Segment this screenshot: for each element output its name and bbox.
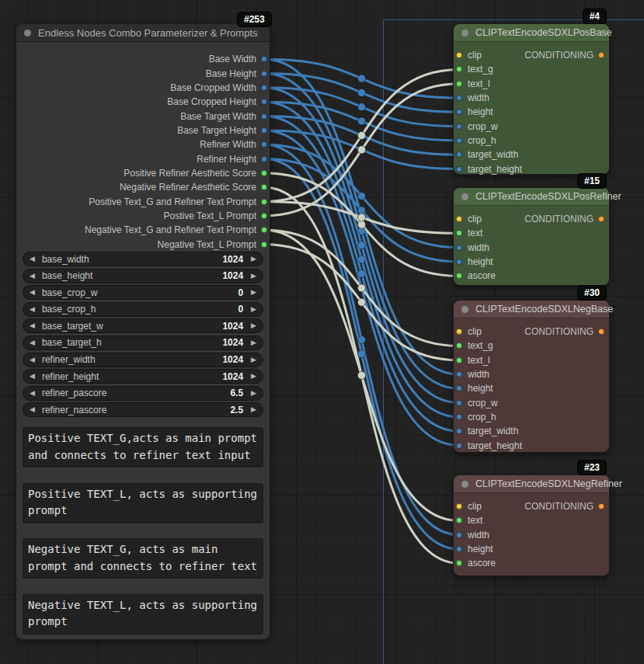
- input-dot-text-g[interactable]: [456, 342, 462, 349]
- input-dot-width[interactable]: [456, 532, 462, 538]
- input-dot-target-height[interactable]: [456, 166, 462, 172]
- increment-arrow-icon[interactable]: ▶: [251, 273, 256, 280]
- widget-base-crop-w[interactable]: ◀base_crop_w0▶: [23, 285, 263, 300]
- input-dot-ascore[interactable]: [456, 273, 462, 279]
- increment-arrow-icon[interactable]: ▶: [251, 289, 256, 296]
- output-dot-neg-ascore[interactable]: [261, 184, 267, 190]
- output-dot-base-target-height[interactable]: [261, 127, 267, 134]
- input-dot-text-l[interactable]: [456, 357, 462, 363]
- widget-refiner-pascore[interactable]: ◀refiner_pascore6.5▶: [23, 386, 263, 401]
- input-dot-crop-h[interactable]: [456, 137, 462, 144]
- link-midpoint-dot[interactable]: [358, 350, 366, 358]
- collapse-dot-icon[interactable]: [461, 481, 468, 488]
- link-midpoint-dot[interactable]: [358, 103, 366, 111]
- link-midpoint-dot[interactable]: [358, 146, 366, 154]
- decrement-arrow-icon[interactable]: ◀: [30, 322, 35, 329]
- increment-arrow-icon[interactable]: ▶: [251, 322, 256, 329]
- decrement-arrow-icon[interactable]: ◀: [30, 373, 35, 380]
- link-midpoint-dot[interactable]: [358, 242, 366, 249]
- increment-arrow-icon[interactable]: ▶: [251, 339, 256, 346]
- input-dot-width[interactable]: [456, 371, 462, 377]
- decrement-arrow-icon[interactable]: ◀: [30, 289, 35, 296]
- textarea-positive-text-g[interactable]: Positive TEXT_G,acts as main prompt and …: [23, 427, 263, 468]
- input-dot-height[interactable]: [456, 385, 462, 391]
- input-dot-width[interactable]: [456, 245, 462, 251]
- output-dot-base-height[interactable]: [261, 71, 267, 77]
- increment-arrow-icon[interactable]: ▶: [251, 306, 256, 313]
- increment-arrow-icon[interactable]: ▶: [251, 406, 256, 413]
- textarea-negative-text-g[interactable]: Negative TEXT_G, acts as main prompt and…: [23, 538, 263, 579]
- textarea-positive-text-l[interactable]: Positive TEXT_L, acts as supporting prom…: [23, 483, 263, 523]
- link-midpoint-dot[interactable]: [358, 89, 366, 96]
- input-dot-target-width[interactable]: [456, 428, 462, 434]
- decrement-arrow-icon[interactable]: ◀: [30, 273, 35, 280]
- input-dot-ascore[interactable]: [456, 560, 462, 566]
- link-midpoint-dot[interactable]: [358, 371, 366, 379]
- input-dot-text[interactable]: [456, 230, 462, 236]
- input-dot-text-g[interactable]: [456, 66, 462, 72]
- input-dot-target-width[interactable]: [456, 151, 462, 158]
- decrement-arrow-icon[interactable]: ◀: [30, 356, 35, 363]
- input-dot-height[interactable]: [456, 259, 462, 265]
- input-dot-clip[interactable]: [456, 503, 462, 509]
- input-dot-clip[interactable]: [456, 52, 462, 58]
- widget-refiner-height[interactable]: ◀refiner_height1024▶: [23, 369, 263, 384]
- textarea-negative-text-l[interactable]: Negative TEXT_L, acts as supporting prom…: [23, 594, 263, 634]
- link-midpoint-dot[interactable]: [358, 221, 366, 228]
- link-midpoint-dot[interactable]: [358, 214, 366, 221]
- widget-base-target-w[interactable]: ◀base_target_w1024▶: [23, 318, 263, 333]
- input-dot-clip[interactable]: [456, 329, 462, 335]
- collapse-dot-icon[interactable]: [24, 30, 31, 37]
- input-dot-text-l[interactable]: [456, 81, 462, 87]
- link-midpoint-dot[interactable]: [358, 284, 366, 292]
- increment-arrow-icon[interactable]: ▶: [251, 373, 256, 380]
- node-titlebar[interactable]: CLIPTextEncodeSDXLPosRefiner: [454, 188, 609, 206]
- output-dot-pos-ascore[interactable]: [261, 170, 267, 176]
- output-dot-base-cropped-height[interactable]: [261, 99, 267, 105]
- link-midpoint-dot[interactable]: [358, 207, 366, 214]
- output-dot-pos-text-l[interactable]: [261, 213, 267, 219]
- widget-base-target-h[interactable]: ◀base_target_h1024▶: [23, 335, 263, 350]
- input-dot-crop-w[interactable]: [456, 400, 462, 406]
- input-dot-clip[interactable]: [456, 216, 462, 222]
- link-midpoint-dot[interactable]: [358, 117, 366, 125]
- decrement-arrow-icon[interactable]: ◀: [30, 406, 35, 413]
- widget-refiner-width[interactable]: ◀refiner_width1024▶: [23, 353, 263, 367]
- output-dot-base-target-width[interactable]: [261, 113, 267, 120]
- increment-arrow-icon[interactable]: ▶: [251, 256, 256, 262]
- widget-base-height[interactable]: ◀base_height1024▶: [23, 269, 263, 283]
- widget-base-width[interactable]: ◀base_width1024▶: [23, 252, 263, 266]
- input-dot-target-height[interactable]: [456, 443, 462, 449]
- input-dot-crop-w[interactable]: [456, 123, 462, 130]
- decrement-arrow-icon[interactable]: ◀: [30, 390, 35, 397]
- node-titlebar[interactable]: CLIPTextEncodeSDXLPosBase: [454, 24, 609, 42]
- link-midpoint-dot[interactable]: [358, 75, 366, 82]
- decrement-arrow-icon[interactable]: ◀: [30, 306, 35, 313]
- output-dot-neg-text-g[interactable]: [261, 227, 267, 233]
- input-dot-height[interactable]: [456, 109, 462, 115]
- input-dot-width[interactable]: [456, 95, 462, 101]
- link-midpoint-dot[interactable]: [358, 256, 366, 263]
- widget-base-crop-h[interactable]: ◀base_crop_h0▶: [23, 302, 263, 317]
- node-titlebar[interactable]: CLIPTextEncodeSDXLNegBase: [454, 301, 609, 318]
- decrement-arrow-icon[interactable]: ◀: [30, 339, 35, 346]
- link-midpoint-dot[interactable]: [358, 269, 366, 277]
- input-dot-height[interactable]: [456, 546, 462, 552]
- node-titlebar[interactable]: CLIPTextEncodeSDXLNegRefiner: [454, 475, 609, 493]
- increment-arrow-icon[interactable]: ▶: [251, 356, 256, 363]
- input-dot-crop-h[interactable]: [456, 414, 462, 420]
- widget-refiner-nascore[interactable]: ◀refiner_nascore2.5▶: [23, 402, 263, 417]
- link-midpoint-dot[interactable]: [358, 192, 366, 200]
- link-midpoint-dot[interactable]: [358, 335, 366, 343]
- output-dot-base-cropped-width[interactable]: [261, 85, 267, 91]
- collapse-dot-icon[interactable]: [461, 306, 468, 313]
- input-dot-text[interactable]: [456, 517, 462, 523]
- output-dot-neg-text-l[interactable]: [261, 242, 267, 248]
- node-titlebar[interactable]: Endless Nodes Combo Parameterizer & Prom…: [16, 24, 270, 42]
- decrement-arrow-icon[interactable]: ◀: [30, 256, 35, 262]
- link-midpoint-dot[interactable]: [358, 132, 366, 140]
- output-dot-base-width[interactable]: [261, 56, 267, 62]
- collapse-dot-icon[interactable]: [461, 193, 468, 200]
- output-dot-refiner-height[interactable]: [261, 156, 267, 162]
- collapse-dot-icon[interactable]: [461, 30, 468, 37]
